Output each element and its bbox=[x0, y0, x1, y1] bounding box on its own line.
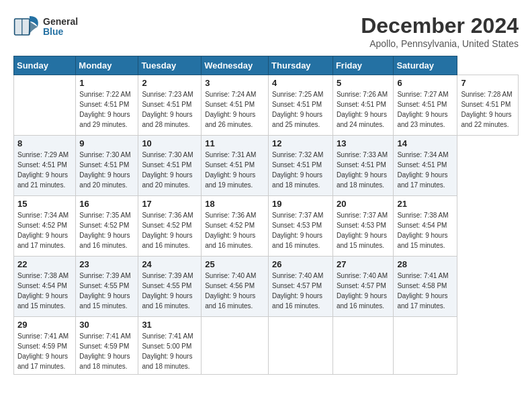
calendar-cell: 1Sunrise: 7:22 AM Sunset: 4:51 PM Daylig… bbox=[76, 75, 138, 136]
calendar-cell bbox=[332, 317, 394, 375]
day-number: 31 bbox=[142, 320, 197, 330]
calendar-cell: 24Sunrise: 7:39 AM Sunset: 4:55 PM Dayli… bbox=[138, 257, 202, 317]
day-number: 29 bbox=[17, 320, 72, 330]
day-info: Sunrise: 7:39 AM Sunset: 4:55 PM Dayligh… bbox=[142, 271, 197, 311]
calendar-cell: 3Sunrise: 7:24 AM Sunset: 4:51 PM Daylig… bbox=[202, 75, 269, 136]
day-number: 20 bbox=[337, 199, 390, 209]
day-info: Sunrise: 7:41 AM Sunset: 4:59 PM Dayligh… bbox=[17, 331, 72, 371]
day-info: Sunrise: 7:41 AM Sunset: 5:00 PM Dayligh… bbox=[142, 331, 197, 371]
title-area: December 2024 Apollo, Pennsylvania, Unit… bbox=[361, 13, 519, 49]
day-number: 6 bbox=[397, 78, 453, 88]
calendar-week-row: 15Sunrise: 7:34 AM Sunset: 4:52 PM Dayli… bbox=[14, 196, 519, 257]
calendar-week-row: 22Sunrise: 7:38 AM Sunset: 4:54 PM Dayli… bbox=[14, 257, 519, 317]
calendar-cell: 14Sunrise: 7:34 AM Sunset: 4:51 PM Dayli… bbox=[394, 136, 457, 196]
day-info: Sunrise: 7:30 AM Sunset: 4:51 PM Dayligh… bbox=[142, 150, 197, 190]
day-number: 8 bbox=[17, 138, 72, 148]
day-info: Sunrise: 7:36 AM Sunset: 4:52 PM Dayligh… bbox=[142, 210, 197, 250]
day-number: 2 bbox=[142, 78, 197, 88]
calendar-cell: 26Sunrise: 7:40 AM Sunset: 4:57 PM Dayli… bbox=[269, 257, 333, 317]
page-header: General Blue December 2024 Apollo, Penns… bbox=[13, 13, 519, 49]
day-number: 19 bbox=[272, 199, 329, 209]
calendar-week-row: 29Sunrise: 7:41 AM Sunset: 4:59 PM Dayli… bbox=[14, 317, 519, 375]
day-number: 13 bbox=[337, 138, 390, 148]
day-number: 7 bbox=[461, 78, 515, 88]
calendar-cell: 25Sunrise: 7:40 AM Sunset: 4:56 PM Dayli… bbox=[202, 257, 269, 317]
day-info: Sunrise: 7:35 AM Sunset: 4:52 PM Dayligh… bbox=[79, 210, 134, 250]
day-info: Sunrise: 7:23 AM Sunset: 4:51 PM Dayligh… bbox=[142, 89, 197, 130]
day-info: Sunrise: 7:31 AM Sunset: 4:51 PM Dayligh… bbox=[205, 150, 265, 190]
day-number: 12 bbox=[272, 138, 329, 148]
calendar-header-row: SundayMondayTuesdayWednesdayThursdayFrid… bbox=[14, 56, 519, 75]
calendar-cell: 5Sunrise: 7:26 AM Sunset: 4:51 PM Daylig… bbox=[332, 75, 394, 136]
day-number: 21 bbox=[397, 199, 453, 209]
day-number: 30 bbox=[79, 320, 134, 330]
day-number: 17 bbox=[142, 199, 197, 209]
calendar-cell: 21Sunrise: 7:38 AM Sunset: 4:54 PM Dayli… bbox=[394, 196, 457, 257]
day-number: 10 bbox=[142, 138, 197, 148]
day-info: Sunrise: 7:27 AM Sunset: 4:51 PM Dayligh… bbox=[397, 89, 453, 130]
day-number: 5 bbox=[337, 78, 390, 88]
day-header-tuesday: Tuesday bbox=[138, 56, 202, 75]
day-info: Sunrise: 7:40 AM Sunset: 4:57 PM Dayligh… bbox=[272, 271, 329, 311]
day-number: 23 bbox=[79, 259, 134, 269]
day-info: Sunrise: 7:40 AM Sunset: 4:57 PM Dayligh… bbox=[337, 271, 390, 311]
day-header-sunday: Sunday bbox=[14, 56, 76, 75]
calendar-cell: 10Sunrise: 7:30 AM Sunset: 4:51 PM Dayli… bbox=[138, 136, 202, 196]
day-number: 28 bbox=[397, 259, 453, 269]
day-number: 26 bbox=[272, 259, 329, 269]
calendar-cell: 11Sunrise: 7:31 AM Sunset: 4:51 PM Dayli… bbox=[202, 136, 269, 196]
day-info: Sunrise: 7:37 AM Sunset: 4:53 PM Dayligh… bbox=[272, 210, 329, 250]
calendar-cell: 2Sunrise: 7:23 AM Sunset: 4:51 PM Daylig… bbox=[138, 75, 202, 136]
calendar-cell: 15Sunrise: 7:34 AM Sunset: 4:52 PM Dayli… bbox=[14, 196, 76, 257]
calendar-cell: 20Sunrise: 7:37 AM Sunset: 4:53 PM Dayli… bbox=[332, 196, 394, 257]
logo: General Blue bbox=[13, 13, 78, 40]
month-title: December 2024 bbox=[361, 13, 519, 38]
day-info: Sunrise: 7:41 AM Sunset: 4:58 PM Dayligh… bbox=[397, 271, 453, 311]
calendar-cell: 13Sunrise: 7:33 AM Sunset: 4:51 PM Dayli… bbox=[332, 136, 394, 196]
calendar-cell: 16Sunrise: 7:35 AM Sunset: 4:52 PM Dayli… bbox=[76, 196, 138, 257]
day-info: Sunrise: 7:32 AM Sunset: 4:51 PM Dayligh… bbox=[272, 150, 329, 190]
calendar-cell: 17Sunrise: 7:36 AM Sunset: 4:52 PM Dayli… bbox=[138, 196, 202, 257]
calendar-week-row: 1Sunrise: 7:22 AM Sunset: 4:51 PM Daylig… bbox=[14, 75, 519, 136]
calendar-table: SundayMondayTuesdayWednesdayThursdayFrid… bbox=[13, 56, 519, 375]
location: Apollo, Pennsylvania, United States bbox=[361, 38, 519, 49]
day-info: Sunrise: 7:39 AM Sunset: 4:55 PM Dayligh… bbox=[79, 271, 134, 311]
day-number: 3 bbox=[205, 78, 265, 88]
logo-general: General bbox=[43, 17, 78, 27]
day-info: Sunrise: 7:26 AM Sunset: 4:51 PM Dayligh… bbox=[337, 89, 390, 130]
calendar-cell bbox=[394, 317, 457, 375]
day-header-thursday: Thursday bbox=[269, 56, 333, 75]
calendar-cell: 31Sunrise: 7:41 AM Sunset: 5:00 PM Dayli… bbox=[138, 317, 202, 375]
calendar-cell: 19Sunrise: 7:37 AM Sunset: 4:53 PM Dayli… bbox=[269, 196, 333, 257]
calendar-week-row: 8Sunrise: 7:29 AM Sunset: 4:51 PM Daylig… bbox=[14, 136, 519, 196]
day-info: Sunrise: 7:40 AM Sunset: 4:56 PM Dayligh… bbox=[205, 271, 265, 311]
logo-blue: Blue bbox=[43, 27, 78, 37]
calendar-cell: 6Sunrise: 7:27 AM Sunset: 4:51 PM Daylig… bbox=[394, 75, 457, 136]
day-info: Sunrise: 7:22 AM Sunset: 4:51 PM Dayligh… bbox=[79, 89, 134, 130]
day-info: Sunrise: 7:38 AM Sunset: 4:54 PM Dayligh… bbox=[17, 271, 72, 311]
day-number: 25 bbox=[205, 259, 265, 269]
day-header-monday: Monday bbox=[76, 56, 138, 75]
day-info: Sunrise: 7:34 AM Sunset: 4:52 PM Dayligh… bbox=[17, 210, 72, 250]
calendar-cell: 27Sunrise: 7:40 AM Sunset: 4:57 PM Dayli… bbox=[332, 257, 394, 317]
day-number: 15 bbox=[17, 199, 72, 209]
day-info: Sunrise: 7:29 AM Sunset: 4:51 PM Dayligh… bbox=[17, 150, 72, 190]
day-info: Sunrise: 7:33 AM Sunset: 4:51 PM Dayligh… bbox=[337, 150, 390, 190]
calendar-cell: 12Sunrise: 7:32 AM Sunset: 4:51 PM Dayli… bbox=[269, 136, 333, 196]
day-header-saturday: Saturday bbox=[394, 56, 457, 75]
calendar-cell: 8Sunrise: 7:29 AM Sunset: 4:51 PM Daylig… bbox=[14, 136, 76, 196]
day-info: Sunrise: 7:24 AM Sunset: 4:51 PM Dayligh… bbox=[205, 89, 265, 130]
day-info: Sunrise: 7:28 AM Sunset: 4:51 PM Dayligh… bbox=[461, 89, 515, 130]
calendar-cell: 30Sunrise: 7:41 AM Sunset: 4:59 PM Dayli… bbox=[76, 317, 138, 375]
calendar-cell: 9Sunrise: 7:30 AM Sunset: 4:51 PM Daylig… bbox=[76, 136, 138, 196]
day-number: 1 bbox=[79, 78, 134, 88]
day-number: 11 bbox=[205, 138, 265, 148]
day-number: 4 bbox=[272, 78, 329, 88]
calendar-cell: 23Sunrise: 7:39 AM Sunset: 4:55 PM Dayli… bbox=[76, 257, 138, 317]
calendar-cell: 29Sunrise: 7:41 AM Sunset: 4:59 PM Dayli… bbox=[14, 317, 76, 375]
day-info: Sunrise: 7:30 AM Sunset: 4:51 PM Dayligh… bbox=[79, 150, 134, 190]
day-info: Sunrise: 7:34 AM Sunset: 4:51 PM Dayligh… bbox=[397, 150, 453, 190]
calendar-cell: 7Sunrise: 7:28 AM Sunset: 4:51 PM Daylig… bbox=[457, 75, 519, 136]
day-number: 22 bbox=[17, 259, 72, 269]
day-header-friday: Friday bbox=[332, 56, 394, 75]
